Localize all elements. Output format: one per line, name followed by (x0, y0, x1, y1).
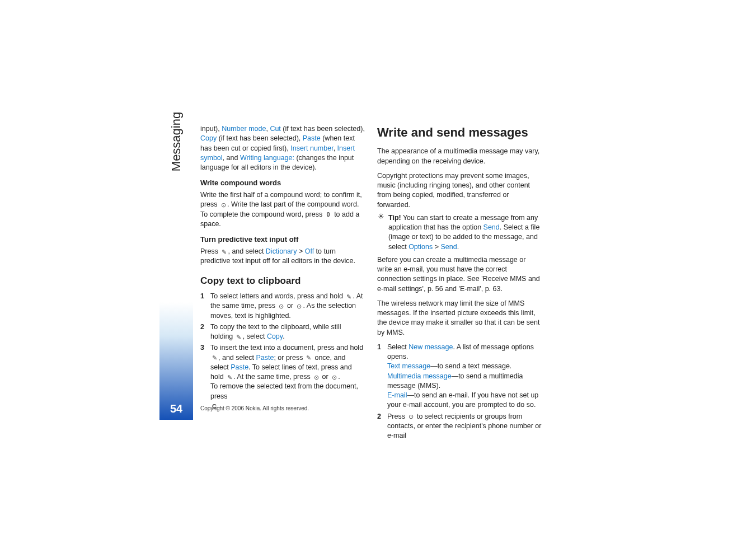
section-label: Messaging (169, 112, 184, 171)
scroll-down-icon (330, 374, 338, 381)
step-text: To select letters and words, press and h… (210, 292, 365, 321)
scroll-left-icon (295, 303, 303, 310)
pencil-icon (220, 249, 228, 255)
step-number: 3 (200, 343, 210, 411)
link-copy: Copy (200, 134, 217, 142)
scroll-right-icon (278, 303, 285, 310)
pencil-icon (305, 354, 313, 361)
paragraph: Copyright protections may prevent some i… (377, 171, 542, 210)
compound-paragraph: Write the first half of a compound word;… (200, 190, 365, 229)
step-text: To insert the text into a document, pres… (210, 343, 365, 411)
heading-compound-words: Write compound words (200, 178, 365, 188)
heading-write-send: Write and send messages (377, 124, 542, 141)
step-text: To copy the text to the clipboard, while… (210, 322, 365, 342)
intro-paragraph: input), Number mode, Cut (if text has be… (200, 124, 365, 172)
left-column: input), Number mode, Cut (if text has be… (200, 124, 365, 442)
clipboard-list: 1 To select letters and words, press and… (200, 292, 365, 411)
pencil-icon (235, 334, 243, 340)
copyright: Copyright © 2006 Nokia. All rights reser… (200, 405, 309, 411)
step-text: Select New message. A list of message op… (387, 343, 542, 410)
zero-key-icon (325, 211, 332, 218)
link-options: Options (408, 243, 433, 251)
link-text-message: Text message (387, 362, 430, 370)
pencil-icon (345, 293, 353, 300)
link-paste: Paste (231, 363, 248, 371)
link-email: E-mail (387, 391, 407, 399)
content-area: input), Number mode, Cut (if text has be… (200, 124, 542, 442)
scroll-key-icon (407, 413, 415, 420)
scroll-up-icon (312, 374, 320, 381)
tip-block: Tip! You can start to create a message f… (377, 213, 542, 252)
step-number: 1 (377, 343, 387, 410)
link-send: Send (483, 223, 500, 231)
paragraph: The appearance of a multimedia message m… (377, 147, 542, 166)
pencil-icon (226, 374, 233, 381)
link-send: Send (440, 243, 457, 251)
link-off: Off (305, 247, 314, 255)
link-paste: Paste (256, 354, 274, 362)
step-text: Press to select recipients or groups fro… (387, 412, 542, 441)
predictive-paragraph: Press , and select Dictionary > Off to t… (200, 247, 365, 266)
link-paste: Paste (303, 134, 321, 142)
link-multimedia-message: Multimedia message (387, 372, 452, 380)
list-item: 2 To copy the text to the clipboard, whi… (200, 322, 365, 342)
page-number: 54 (170, 402, 182, 415)
paragraph: The wireless network may limit the size … (377, 299, 542, 338)
send-steps-list: 1 Select New message. A list of message … (377, 343, 542, 441)
link-new-message: New message (408, 343, 453, 351)
list-item: 2 Press to select recipients or groups f… (377, 412, 542, 441)
list-item: 1 Select New message. A list of message … (377, 343, 542, 410)
tip-text: Tip! You can start to create a message f… (388, 213, 542, 252)
right-column: Write and send messages The appearance o… (377, 124, 542, 442)
link-copy: Copy (267, 332, 283, 340)
pencil-icon (210, 354, 218, 361)
heading-copy-clipboard: Copy text to clipboard (200, 274, 365, 287)
sidebar: Messaging 54 (159, 84, 193, 420)
link-writing-language: Writing language: (240, 154, 294, 162)
heading-predictive-off: Turn predictive text input off (200, 235, 365, 245)
link-cut: Cut (270, 125, 280, 133)
step-number: 2 (377, 412, 387, 441)
link-insert-number: Insert number (290, 144, 333, 152)
scroll-right-icon (219, 202, 227, 208)
link-number-mode: Number mode (222, 125, 266, 133)
tip-icon (377, 213, 385, 220)
list-item: 1 To select letters and words, press and… (200, 292, 365, 321)
list-item: 3 To insert the text into a document, pr… (200, 343, 365, 411)
step-number: 1 (200, 292, 210, 321)
link-dictionary: Dictionary (266, 247, 297, 255)
paragraph: Before you can create a multimedia messa… (377, 255, 542, 294)
step-number: 2 (200, 322, 210, 342)
